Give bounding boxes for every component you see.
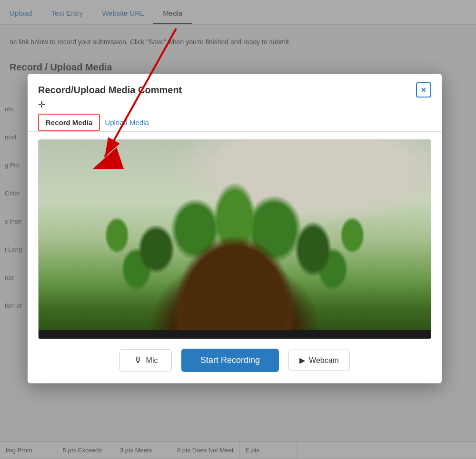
tab-record-media[interactable]: Record Media xyxy=(38,114,100,131)
move-icon: ✛ xyxy=(28,98,442,114)
modal-header: Record/Upload Media Comment × xyxy=(28,74,442,98)
modal-tabs: Record Media Upload Media xyxy=(28,114,442,132)
modal-close-button[interactable]: × xyxy=(416,82,431,98)
tab-upload-media[interactable]: Upload Media xyxy=(105,114,157,131)
mic-icon: 🎙 xyxy=(134,355,142,365)
mic-button[interactable]: 🎙 Mic xyxy=(119,349,172,371)
camera-progress-bar xyxy=(39,330,431,339)
controls-row: 🎙 Mic Start Recording ▶ Webcam xyxy=(28,339,442,383)
camera-feed xyxy=(39,140,431,339)
webcam-label: Webcam xyxy=(309,356,339,365)
mic-label: Mic xyxy=(146,356,158,365)
modal-title: Record/Upload Media Comment xyxy=(38,85,182,96)
webcam-icon: ▶ xyxy=(299,356,305,365)
start-recording-button[interactable]: Start Recording xyxy=(181,349,279,372)
modal: Record/Upload Media Comment × ✛ Record M… xyxy=(28,74,442,383)
camera-preview xyxy=(38,139,431,339)
start-recording-label: Start Recording xyxy=(200,355,260,365)
webcam-button[interactable]: ▶ Webcam xyxy=(288,350,350,371)
